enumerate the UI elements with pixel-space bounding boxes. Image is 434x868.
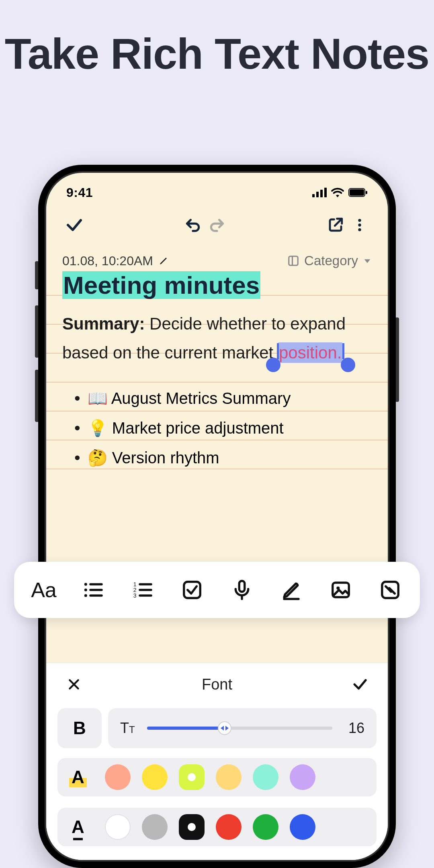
- selection-handle-right[interactable]: [341, 358, 355, 372]
- bullet-emoji: 🤔: [88, 449, 108, 467]
- selection-handle-left[interactable]: [266, 358, 280, 372]
- phone-frame: 9:41: [38, 165, 396, 868]
- phone-screen: 9:41: [45, 171, 389, 862]
- text-color-label: A: [62, 817, 94, 837]
- bullet-emoji: 📖: [88, 389, 108, 407]
- done-check-button[interactable]: [62, 213, 86, 237]
- editor-topbar: [46, 205, 388, 241]
- highlight-swatch[interactable]: [105, 764, 131, 790]
- status-bar: 9:41: [46, 173, 388, 205]
- note-date[interactable]: 01.08, 10:20AM: [62, 254, 168, 268]
- editor-toolbar: Aa 123: [14, 562, 420, 618]
- category-label: Category: [304, 253, 358, 268]
- share-button[interactable]: [323, 213, 348, 237]
- cellular-icon: [312, 188, 327, 197]
- battery-icon: [348, 188, 368, 197]
- svg-point-8: [358, 223, 361, 226]
- font-panel-header: Font: [46, 663, 388, 704]
- font-panel-title: Font: [202, 676, 232, 693]
- svg-point-9: [358, 228, 361, 231]
- category-icon: [287, 255, 299, 267]
- bullet-text: Market price adjustment: [112, 419, 284, 437]
- note-date-text: 01.08, 10:20AM: [62, 254, 153, 268]
- svg-rect-1: [316, 192, 319, 197]
- svg-rect-25: [239, 581, 245, 592]
- text-selection[interactable]: position.: [278, 338, 342, 367]
- svg-rect-5: [350, 189, 364, 196]
- textcolor-swatch[interactable]: [105, 814, 131, 840]
- svg-point-13: [84, 589, 87, 592]
- font-size-value: 16: [348, 720, 364, 737]
- textcolor-swatch[interactable]: [290, 814, 315, 840]
- note-summary: Summary: Decide whether to expand based …: [62, 309, 372, 367]
- note-title: Meeting minutes: [62, 271, 260, 299]
- draw-button[interactable]: [271, 574, 311, 606]
- hero-title: Take Rich Text Notes: [0, 0, 434, 78]
- font-size-row: B TT 16: [46, 704, 388, 752]
- svg-rect-3: [324, 188, 327, 197]
- text-color-row: A: [46, 802, 388, 860]
- bullet-emoji: 💡: [88, 419, 108, 437]
- list-item: 💡 Market price adjustment: [74, 413, 372, 443]
- redo-button[interactable]: [205, 213, 229, 237]
- svg-point-7: [358, 219, 361, 222]
- checklist-button[interactable]: [172, 574, 212, 606]
- status-icons: [312, 188, 368, 197]
- svg-rect-6: [366, 191, 367, 194]
- bullet-list-button[interactable]: [73, 574, 113, 606]
- list-item: 🤔 Version rhythm: [74, 443, 372, 473]
- apply-font-button[interactable]: [350, 674, 370, 694]
- highlight-swatch[interactable]: [179, 764, 205, 790]
- close-font-panel-button[interactable]: [64, 674, 84, 694]
- svg-rect-10: [289, 256, 298, 266]
- undo-button[interactable]: [181, 213, 205, 237]
- textcolor-swatch[interactable]: [216, 814, 242, 840]
- highlight-swatch[interactable]: [253, 764, 278, 790]
- numbered-list-button[interactable]: 123: [123, 574, 163, 606]
- svg-rect-0: [312, 194, 315, 197]
- svg-point-12: [84, 583, 87, 586]
- slider-thumb[interactable]: [218, 721, 231, 735]
- svg-text:3: 3: [133, 592, 137, 599]
- text-size-icon: TT: [120, 720, 135, 737]
- bold-toggle[interactable]: B: [57, 708, 102, 748]
- svg-point-14: [84, 594, 87, 597]
- category-selector[interactable]: Category: [287, 253, 372, 268]
- summary-label: Summary:: [62, 314, 145, 333]
- voice-button[interactable]: [222, 574, 262, 606]
- textcolor-swatch[interactable]: [253, 814, 278, 840]
- textcolor-swatch[interactable]: [142, 814, 168, 840]
- font-tool-button[interactable]: Aa: [24, 574, 64, 606]
- highlight-color-label: A: [62, 767, 94, 787]
- highlight-swatch[interactable]: [216, 764, 242, 790]
- bullet-text: Version rhythm: [112, 449, 219, 467]
- font-panel: Font B TT 16: [46, 663, 388, 860]
- image-button[interactable]: [321, 574, 361, 606]
- highlight-swatch[interactable]: [290, 764, 315, 790]
- more-menu-button[interactable]: [348, 213, 372, 237]
- textcolor-swatch[interactable]: [179, 814, 205, 840]
- svg-rect-24: [184, 582, 201, 598]
- chevron-down-icon: [363, 256, 372, 265]
- note-meta-row: 01.08, 10:20AM Category: [46, 241, 388, 268]
- status-time: 9:41: [66, 185, 93, 200]
- template-button[interactable]: [370, 574, 410, 606]
- bullet-list: 📖 August Metrics Summary 💡 Market price …: [62, 383, 372, 473]
- selected-text: position.: [278, 342, 342, 363]
- highlight-swatch[interactable]: [142, 764, 168, 790]
- pencil-icon: [159, 256, 168, 266]
- list-item: 📖 August Metrics Summary: [74, 383, 372, 413]
- wifi-icon: [331, 188, 344, 197]
- svg-rect-2: [320, 190, 323, 197]
- note-content[interactable]: Meeting minutes Summary: Decide whether …: [46, 268, 388, 473]
- font-size-slider[interactable]: [147, 727, 332, 730]
- bullet-text: August Metrics Summary: [111, 389, 291, 407]
- font-size-control: TT 16: [108, 708, 377, 748]
- highlight-color-row: A: [46, 752, 388, 802]
